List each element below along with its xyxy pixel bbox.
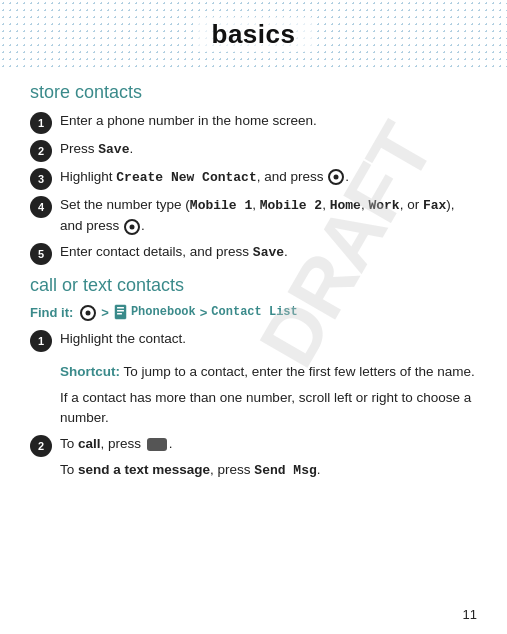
- key-mobile1: Mobile 1: [190, 198, 252, 213]
- section2-heading: call or text contacts: [30, 275, 477, 296]
- sms-line: To send a text message, press Send Msg.: [60, 460, 321, 481]
- extra-info-text: If a contact has more than one number, s…: [60, 390, 471, 426]
- step-num-4: 4: [30, 196, 52, 218]
- phonebook-label: Phonebook: [131, 305, 196, 319]
- contact-list-label: Contact List: [211, 305, 297, 319]
- shortcut-text: To jump to a contact, enter the first fe…: [124, 364, 475, 379]
- call-word: call: [78, 436, 101, 451]
- step-1: 1 Enter a phone number in the home scree…: [30, 111, 477, 134]
- call-step-2: 2 To call, press . To send a text messag…: [30, 434, 477, 481]
- key-send-msg: Send Msg: [254, 463, 316, 478]
- key-save: Save: [98, 142, 129, 157]
- call-button-icon: [147, 438, 167, 451]
- store-contacts-steps: 1 Enter a phone number in the home scree…: [30, 111, 477, 265]
- center-button-icon: [328, 169, 344, 185]
- svg-rect-2: [117, 310, 124, 312]
- step-num-3: 3: [30, 168, 52, 190]
- main-content: store contacts 1 Enter a phone number in…: [0, 68, 507, 501]
- call-step-num-1: 1: [30, 330, 52, 352]
- shortcut-block: Shortcut: To jump to a contact, enter th…: [30, 362, 477, 383]
- step-num-2: 2: [30, 140, 52, 162]
- step-5-text: Enter contact details, and press Save.: [60, 242, 288, 263]
- call-step-1-text: Highlight the contact.: [60, 329, 186, 350]
- key-save-2: Save: [253, 245, 284, 260]
- call-text-steps: 1 Highlight the contact.: [30, 329, 477, 352]
- shortcut-label: Shortcut:: [60, 364, 120, 379]
- find-it-label: Find it:: [30, 305, 73, 320]
- section-store-contacts: store contacts 1 Enter a phone number in…: [30, 82, 477, 265]
- step-4: 4 Set the number type (Mobile 1, Mobile …: [30, 195, 477, 237]
- phonebook-icon: [113, 304, 129, 320]
- page-number: 11: [463, 607, 477, 622]
- call-step-num-2: 2: [30, 435, 52, 457]
- call-step-2-content: To call, press . To send a text message,…: [60, 434, 321, 481]
- gt-symbol-1: >: [101, 305, 109, 320]
- call-line: To call, press .: [60, 434, 321, 455]
- step-3: 3 Highlight Create New Contact, and pres…: [30, 167, 477, 190]
- step-num-1: 1: [30, 112, 52, 134]
- call-step-1: 1 Highlight the contact.: [30, 329, 477, 352]
- gt-symbol-2: >: [200, 305, 208, 320]
- extra-info: If a contact has more than one number, s…: [30, 388, 477, 430]
- step-num-5: 5: [30, 243, 52, 265]
- header: basics: [0, 0, 507, 68]
- key-home: Home: [330, 198, 361, 213]
- svg-rect-3: [117, 313, 122, 315]
- key-fax: Fax: [423, 198, 446, 213]
- find-it-nav: Find it: > Phonebook > Contact List: [30, 304, 477, 321]
- center-btn-nav: [79, 304, 97, 321]
- step-3-text: Highlight Create New Contact, and press …: [60, 167, 349, 188]
- key-create-new-contact: Create New Contact: [116, 170, 256, 185]
- svg-rect-1: [117, 307, 124, 309]
- sms-word: send a text message: [78, 462, 210, 477]
- step-1-text: Enter a phone number in the home screen.: [60, 111, 317, 132]
- key-work: Work: [368, 198, 399, 213]
- key-mobile2: Mobile 2: [260, 198, 322, 213]
- center-button-icon-2: [124, 219, 140, 235]
- center-btn-icon-nav: [80, 305, 96, 321]
- section-call-text: call or text contacts Find it: > Phonebo…: [30, 275, 477, 481]
- step-5: 5 Enter contact details, and press Save.: [30, 242, 477, 265]
- step-2: 2 Press Save.: [30, 139, 477, 162]
- step-4-text: Set the number type (Mobile 1, Mobile 2,…: [60, 195, 477, 237]
- section1-heading: store contacts: [30, 82, 477, 103]
- call-text-step2-list: 2 To call, press . To send a text messag…: [30, 434, 477, 481]
- page-title: basics: [194, 17, 314, 52]
- step-2-text: Press Save.: [60, 139, 133, 160]
